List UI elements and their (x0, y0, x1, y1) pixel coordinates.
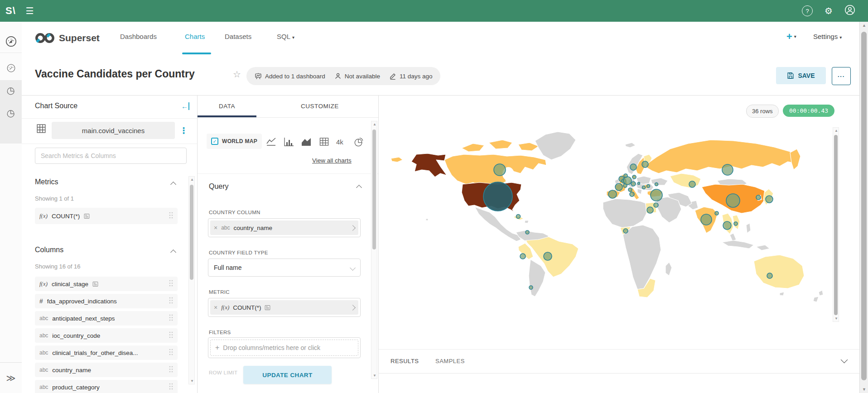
dashboard-gauge-icon[interactable] (0, 35, 22, 48)
area-chart-icon[interactable] (301, 137, 311, 148)
map-country[interactable] (790, 149, 800, 170)
pie-chart-icon[interactable] (354, 137, 364, 149)
column-item[interactable]: abc product_category (35, 380, 178, 393)
map-country[interactable] (637, 189, 642, 194)
map-bubble[interactable] (526, 230, 529, 234)
tab-results[interactable]: RESULTS (391, 358, 419, 364)
map-bubble[interactable] (715, 211, 719, 215)
map-country[interactable] (819, 290, 823, 296)
map-bubble[interactable] (632, 175, 636, 179)
tab-customize[interactable]: CUSTOMIZE (301, 103, 339, 110)
map-country[interactable] (665, 262, 672, 276)
map-bubble[interactable] (494, 164, 506, 176)
settings-menu[interactable]: Settings▾ (813, 33, 842, 40)
column-item[interactable]: abc anticipated_next_steps (35, 311, 178, 326)
map-bubble[interactable] (615, 183, 622, 191)
scroll-up-arrow[interactable]: ▲ (860, 23, 868, 28)
scroll-down-arrow[interactable]: ▼ (833, 316, 839, 321)
map-country[interactable] (813, 297, 819, 302)
metric-field[interactable]: × f(x) COUNT(*) (208, 298, 361, 317)
more-actions-button[interactable]: ··· (832, 67, 851, 85)
map-bubble[interactable] (726, 194, 740, 207)
map-country[interactable] (625, 143, 636, 148)
map-country[interactable] (391, 157, 403, 162)
world-map-chart[interactable] (389, 116, 842, 343)
map-bubble[interactable] (767, 273, 772, 278)
map-country[interactable] (525, 220, 529, 223)
chevron-right-icon[interactable] (351, 226, 355, 230)
drag-handle-icon[interactable] (169, 297, 173, 306)
drag-handle-icon[interactable] (169, 212, 173, 220)
map-bubble[interactable] (483, 182, 512, 211)
map-country[interactable] (651, 178, 668, 185)
map-country[interactable] (529, 259, 545, 297)
scroll-up-arrow[interactable]: ▲ (833, 129, 839, 133)
map-bubble[interactable] (638, 182, 640, 185)
map-bubble[interactable] (628, 188, 632, 192)
country-column-field[interactable]: × abc country_name (208, 218, 361, 237)
line-chart-icon[interactable] (266, 137, 276, 148)
map-country[interactable] (426, 219, 428, 220)
map-country[interactable] (656, 197, 681, 223)
collapse-results-icon[interactable] (842, 356, 847, 364)
remove-icon[interactable]: × (214, 304, 217, 311)
metric-item[interactable]: f(x) COUNT(*) (35, 208, 178, 224)
chevron-up-icon[interactable] (170, 182, 176, 187)
map-bubble[interactable] (623, 177, 632, 185)
chevron-up-icon[interactable] (356, 185, 362, 191)
viz-type-selected[interactable]: ✓ WORLD MAP (207, 134, 262, 149)
dataset-more-icon[interactable]: ⋮ (179, 122, 188, 139)
controls-panel-scrollbar[interactable]: ▲ ▼ (371, 121, 377, 379)
map-bubble[interactable] (608, 190, 617, 198)
map-bubble[interactable] (529, 286, 533, 289)
map-bubble[interactable] (623, 184, 627, 187)
map-bubble[interactable] (647, 207, 653, 213)
scroll-up-arrow[interactable]: ▲ (189, 177, 195, 182)
map-bubble[interactable] (756, 195, 761, 200)
dashboards-meta[interactable]: Added to 1 dashboard (255, 72, 325, 80)
column-item[interactable]: # fda_approved_indications (35, 294, 178, 308)
map-bubble[interactable] (516, 215, 521, 219)
pie-chart-icon[interactable] (0, 86, 22, 96)
column-item[interactable]: abc country_name (35, 363, 178, 377)
map-bubble[interactable] (734, 222, 738, 225)
drag-handle-icon[interactable] (169, 331, 173, 340)
column-item[interactable]: f(x) clinical_stage (35, 277, 178, 291)
map-bubble[interactable] (642, 186, 646, 189)
drag-handle-icon[interactable] (169, 366, 173, 374)
map-country[interactable] (411, 153, 447, 177)
map-country[interactable] (462, 144, 484, 152)
map-bubble[interactable] (722, 164, 733, 175)
map-country[interactable] (603, 199, 646, 228)
superset-logo[interactable]: Superset (34, 32, 100, 44)
nav-dashboards[interactable]: Dashboards (120, 33, 157, 40)
drag-handle-icon[interactable] (169, 314, 173, 323)
map-bubble[interactable] (630, 164, 637, 170)
map-bubble[interactable] (520, 254, 526, 259)
search-input[interactable] (35, 148, 187, 164)
checkbox-checked-icon[interactable]: ✓ (211, 138, 218, 145)
scroll-down-arrow[interactable]: ▼ (860, 387, 868, 392)
map-bubble[interactable] (623, 229, 628, 233)
map-scrollbar[interactable]: ▲ ▼ (833, 127, 839, 322)
nav-sql[interactable]: SQL▾ (277, 33, 294, 40)
tab-samples[interactable]: SAMPLES (435, 358, 465, 364)
column-item[interactable]: abc clinical_trials_for_other_disea... (35, 345, 178, 360)
dataset-name[interactable]: main.covid_vaccines (52, 122, 175, 139)
map-country[interactable] (518, 143, 539, 151)
new-item-button[interactable]: +▾ (786, 31, 796, 43)
map-country[interactable] (670, 173, 701, 188)
gear-icon[interactable]: ⚙ (825, 6, 833, 15)
map-bubble[interactable] (631, 182, 636, 186)
map-bubble[interactable] (701, 214, 712, 225)
map-bubble[interactable] (630, 192, 634, 196)
column-item[interactable]: abc ioc_country_code (35, 328, 178, 343)
nav-charts[interactable]: Charts (185, 33, 205, 40)
drag-handle-icon[interactable] (169, 349, 173, 357)
map-country[interactable] (746, 223, 751, 233)
owner-meta[interactable]: Not available (334, 72, 380, 80)
country-field-type-select[interactable]: Full name (208, 259, 361, 277)
expand-rail-icon[interactable]: ≫ (0, 362, 22, 393)
viz-4k-option[interactable]: 4k (336, 138, 343, 146)
map-bubble[interactable] (544, 252, 552, 260)
